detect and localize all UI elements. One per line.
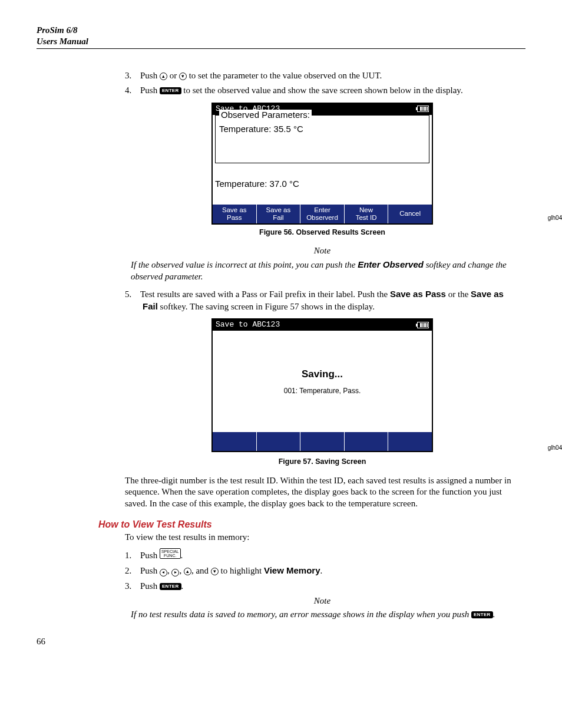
bmp-filename: glh049.bmp <box>548 215 562 222</box>
saving-body: Saving... 001: Temperature, Pass. <box>213 331 432 432</box>
up-key-icon: ▴ <box>160 73 167 80</box>
page-number: 66 <box>37 636 525 647</box>
up-key-icon: ▴ <box>184 568 191 575</box>
observed-line-1: Temperature: 35.5 °C <box>219 124 425 135</box>
figure-56: Save to ABC123 Observed Parameters: Temp… <box>125 103 520 225</box>
softkey-save-fail[interactable]: Save as Fail <box>257 205 301 223</box>
step-3: 3.Push ▴ or ▾ to set the parameter to th… <box>125 70 520 82</box>
note-2-body: If no test results data is saved to memo… <box>131 609 508 621</box>
softkey-empty <box>388 432 432 451</box>
figure-57-caption: Figure 57. Saving Screen <box>125 457 520 467</box>
device-screen-56: Save to ABC123 Observed Parameters: Temp… <box>211 103 433 225</box>
note-1-body: If the observed value is incorrect at th… <box>131 259 508 282</box>
step-b2: 2.Push ◂, ▸, ▴, and ▾ to highlight View … <box>125 565 520 577</box>
step-5: 5.Test results are saved with a Pass or … <box>125 288 520 312</box>
softkey-enter-observed[interactable]: Enter Observerd <box>300 205 345 223</box>
softkey-save-pass[interactable]: Save as Pass <box>213 205 257 223</box>
paragraph-explain: The three-digit number is the test resul… <box>125 475 520 510</box>
main-content: 3.Push ▴ or ▾ to set the parameter to th… <box>125 70 520 621</box>
header-product: ProSim 6/8 <box>37 25 525 36</box>
softkey-empty <box>345 432 389 451</box>
bmp-filename-57: glh040.bmp <box>548 444 562 452</box>
page-header: ProSim 6/8 Users Manual <box>37 25 525 49</box>
step-4: 4.Push ENTER to set the observed value a… <box>125 85 520 97</box>
enter-key-icon: ENTER <box>160 583 181 590</box>
section-heading: How to View Test Results <box>98 519 520 531</box>
softkey-empty <box>300 432 345 451</box>
step-b1: 1.Push SPECIAL FUNC.. <box>125 548 520 562</box>
saving-detail: 001: Temperature, Pass. <box>284 387 361 396</box>
softkey-row-empty <box>213 432 432 451</box>
step-b3: 3.Push ENTER. <box>125 581 520 592</box>
softkey-new-test-id[interactable]: New Test ID <box>345 205 389 223</box>
observed-legend: Observed Parameters: <box>219 110 312 121</box>
right-key-icon: ▸ <box>171 569 179 577</box>
down-key-icon: ▾ <box>211 568 219 575</box>
note-1-head: Note <box>125 245 520 256</box>
softkey-empty <box>257 432 301 451</box>
observed-line-2: Temperature: 37.0 °C <box>213 179 432 190</box>
softkey-cancel[interactable]: Cancel <box>388 205 432 223</box>
observed-group: Observed Parameters: Temperature: 35.5 °… <box>215 115 429 163</box>
procedure-steps-b: 1.Push SPECIAL FUNC.. 2.Push ◂, ▸, ▴, an… <box>125 548 520 592</box>
down-key-icon: ▾ <box>179 73 187 80</box>
special-func-key-icon: SPECIAL FUNC. <box>160 548 181 559</box>
saving-label: Saving... <box>302 368 343 380</box>
procedure-step-5: 5.Test results are saved with a Pass or … <box>125 288 520 312</box>
figure-56-caption: Figure 56. Observed Results Screen <box>125 228 520 238</box>
device-titlebar-57: Save to ABC123 <box>213 319 432 331</box>
enter-key-icon: ENTER <box>160 87 181 94</box>
battery-icon <box>417 322 429 328</box>
procedure-steps-a: 3.Push ▴ or ▾ to set the parameter to th… <box>125 70 520 97</box>
device-body: Observed Parameters: Temperature: 35.5 °… <box>213 115 432 205</box>
device-title-57: Save to ABC123 <box>216 320 280 330</box>
softkey-row: Save as Pass Save as Fail Enter Observer… <box>213 205 432 223</box>
battery-icon <box>417 106 429 112</box>
paragraph-intro: To view the test results in memory: <box>125 532 520 543</box>
note-2-head: Note <box>125 595 520 607</box>
header-manual: Users Manual <box>37 36 525 47</box>
figure-57: Save to ABC123 Saving... 001: Temperatur… <box>125 318 520 454</box>
device-screen-57: Save to ABC123 Saving... 001: Temperatur… <box>211 318 433 452</box>
enter-key-icon: ENTER <box>471 611 493 618</box>
left-key-icon: ◂ <box>160 569 167 577</box>
softkey-empty <box>213 432 257 451</box>
